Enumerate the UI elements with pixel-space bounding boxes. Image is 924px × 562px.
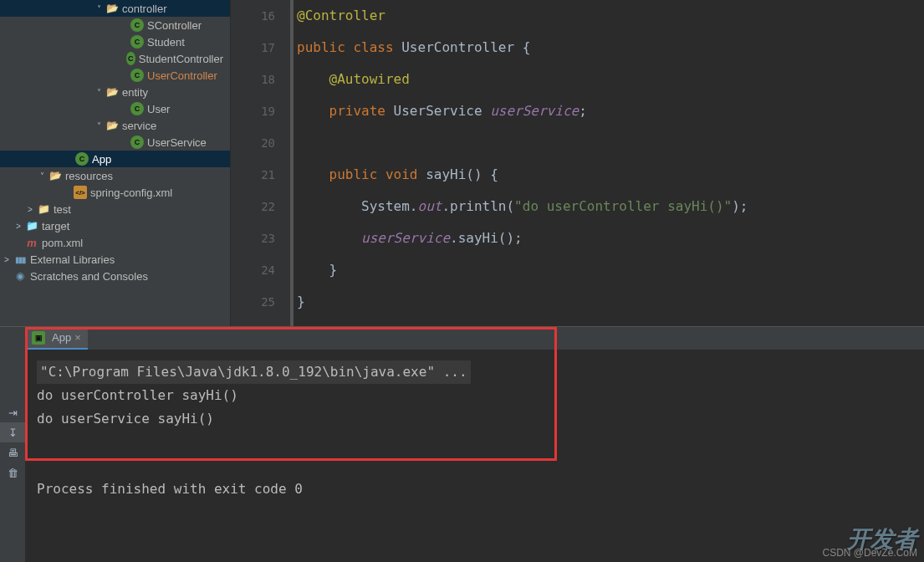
line-number: 21 bbox=[231, 159, 275, 191]
code-line[interactable]: userService.sayHi(); bbox=[297, 222, 924, 254]
line-number: 16 bbox=[231, 0, 275, 32]
line-number: 24 bbox=[231, 254, 275, 286]
tree-item-label: UserController bbox=[147, 69, 217, 82]
line-number: 25 bbox=[231, 286, 275, 318]
tree-item-label: entity bbox=[122, 86, 148, 99]
tree-item-usercontroller[interactable]: CUserController bbox=[0, 67, 230, 84]
tree-item-label: spring-config.xml bbox=[90, 186, 172, 199]
scroll-to-end-button[interactable]: ↧ bbox=[0, 422, 25, 442]
tree-item-label: controller bbox=[122, 3, 166, 15]
tree-item-service[interactable]: ˅service bbox=[0, 117, 230, 134]
tree-item-label: External Libraries bbox=[30, 253, 115, 266]
line-number: 22 bbox=[231, 191, 275, 222]
print-button[interactable]: 🖶 bbox=[0, 442, 25, 462]
tree-item-label: Scratches and Consoles bbox=[30, 270, 148, 283]
code-line[interactable]: public void sayHi() { bbox=[297, 159, 924, 191]
clear-button[interactable]: 🗑 bbox=[0, 462, 25, 483]
console-line bbox=[37, 454, 917, 478]
tree-item-label: test bbox=[54, 203, 71, 216]
tree-item-label: SController bbox=[147, 19, 202, 32]
code-line[interactable]: } bbox=[297, 286, 924, 318]
tree-item-label: App bbox=[92, 153, 111, 166]
scratch-icon bbox=[13, 269, 27, 283]
library-icon bbox=[13, 253, 27, 266]
run-toolbar: ⇥ ↧ 🖶 🗑 bbox=[0, 327, 25, 562]
soft-wrap-button[interactable]: ⇥ bbox=[0, 402, 25, 422]
project-tree[interactable]: ˅controllerCSControllerCStudentCStudentC… bbox=[0, 0, 231, 326]
tree-item-target[interactable]: >target bbox=[0, 217, 230, 234]
tree-item-scontroller[interactable]: CSController bbox=[0, 17, 230, 33]
tree-item-label: service bbox=[122, 120, 156, 132]
code-line[interactable]: @Controller bbox=[297, 0, 924, 32]
console-line: "C:\Program Files\Java\jdk1.8.0_192\bin\… bbox=[37, 360, 471, 384]
tree-item-studentcontroller[interactable]: CStudentController bbox=[0, 50, 230, 67]
tree-item-app[interactable]: CApp bbox=[0, 151, 230, 167]
tree-item-label: Student bbox=[147, 36, 185, 49]
class-icon: C bbox=[130, 35, 144, 49]
code-line[interactable] bbox=[297, 127, 924, 159]
code-line[interactable]: } bbox=[297, 254, 924, 286]
expand-arrow-icon[interactable]: > bbox=[12, 222, 25, 231]
code-line[interactable]: public class UserController { bbox=[297, 32, 924, 64]
folder-open-icon bbox=[105, 2, 119, 15]
console-output[interactable]: "C:\Program Files\Java\jdk1.8.0_192\bin\… bbox=[25, 327, 924, 562]
console-line: Process finished with exit code 0 bbox=[37, 478, 917, 501]
xml-icon: </> bbox=[74, 186, 87, 199]
expand-arrow-icon[interactable]: ˅ bbox=[92, 88, 105, 97]
run-panel: ▣ App × ⇥ ↧ 🖶 🗑 "C:\Program Files\Java\j… bbox=[0, 326, 924, 562]
class-icon: C bbox=[130, 102, 144, 115]
tree-item-controller[interactable]: ˅controller bbox=[0, 0, 230, 17]
folder-open-icon bbox=[105, 85, 119, 99]
expand-arrow-icon[interactable]: ˅ bbox=[92, 4, 105, 13]
tree-item-label: pom.xml bbox=[42, 237, 83, 249]
expand-arrow-icon[interactable]: > bbox=[23, 205, 37, 214]
console-line: do userService sayHi() bbox=[37, 407, 917, 431]
code-line[interactable]: private UserService userService; bbox=[297, 95, 924, 127]
line-number: 20 bbox=[231, 127, 275, 159]
line-number: 19 bbox=[231, 95, 275, 127]
tree-item-userservice[interactable]: CUserService bbox=[0, 134, 230, 151]
line-number: 18 bbox=[231, 64, 275, 95]
line-number: 17 bbox=[231, 32, 275, 64]
class-icon: C bbox=[126, 52, 135, 65]
tree-item-external-libraries[interactable]: >External Libraries bbox=[0, 251, 230, 268]
tree-item-label: resources bbox=[65, 170, 113, 182]
tree-item-user[interactable]: CUser bbox=[0, 100, 230, 117]
tree-item-entity[interactable]: ˅entity bbox=[0, 84, 230, 100]
console-line bbox=[37, 431, 917, 454]
tree-item-student[interactable]: CStudent bbox=[0, 33, 230, 50]
tree-item-scratches-and-consoles[interactable]: Scratches and Consoles bbox=[0, 268, 230, 284]
tree-item-test[interactable]: >test bbox=[0, 201, 230, 217]
watermark-sub: CSDN @DevZe.CoM bbox=[822, 547, 917, 559]
maven-icon: m bbox=[25, 236, 38, 249]
tree-item-pom-xml[interactable]: mpom.xml bbox=[0, 234, 230, 251]
folder-open-icon bbox=[105, 119, 119, 132]
tree-item-label: target bbox=[42, 220, 69, 232]
class-icon: C bbox=[75, 152, 89, 166]
line-number: 23 bbox=[231, 222, 275, 254]
expand-arrow-icon[interactable]: ˅ bbox=[35, 171, 48, 181]
code-line[interactable]: System.out.println("do userController sa… bbox=[297, 191, 924, 222]
expand-arrow-icon[interactable]: ˅ bbox=[92, 121, 105, 130]
console-line: do userController sayHi() bbox=[37, 384, 917, 407]
code-editor[interactable]: 16171819202122232425 @Controllerpublic c… bbox=[231, 0, 924, 326]
tree-item-label: StudentController bbox=[139, 53, 223, 65]
folder-open-icon bbox=[48, 169, 62, 182]
tree-item-label: UserService bbox=[147, 136, 207, 149]
class-icon: C bbox=[130, 18, 144, 32]
expand-arrow-icon[interactable]: > bbox=[0, 255, 13, 264]
code-line[interactable]: @Autowired bbox=[297, 64, 924, 95]
class-icon: C bbox=[130, 69, 144, 82]
folder-icon bbox=[37, 202, 50, 216]
tree-item-resources[interactable]: ˅resources bbox=[0, 167, 230, 184]
tree-item-label: User bbox=[147, 103, 170, 115]
tree-item-spring-config-xml[interactable]: </>spring-config.xml bbox=[0, 184, 230, 201]
class-icon: C bbox=[130, 135, 144, 149]
folder-target-icon bbox=[25, 219, 38, 232]
